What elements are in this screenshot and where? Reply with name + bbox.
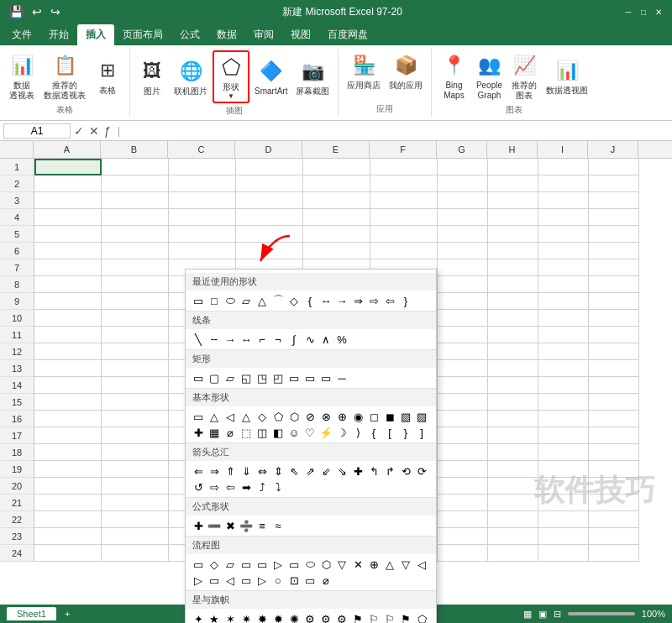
rect-round[interactable]: ▢ xyxy=(207,370,222,385)
cell-j1[interactable] xyxy=(589,159,639,175)
cell-b14[interactable] xyxy=(102,377,169,394)
line-free[interactable]: ∧ xyxy=(318,332,333,347)
cell-c5[interactable] xyxy=(169,226,236,243)
eq-div[interactable]: ➗ xyxy=(239,518,254,533)
row-header-19[interactable]: 19 xyxy=(0,461,34,478)
cell-a16[interactable] xyxy=(34,411,102,427)
rect-snip[interactable]: ▱ xyxy=(223,370,238,385)
flow-db[interactable]: ▽ xyxy=(398,557,413,572)
flow-manual[interactable]: ▽ xyxy=(334,557,349,572)
cell-e5[interactable] xyxy=(303,226,370,243)
cell-b23[interactable] xyxy=(102,528,169,545)
cell-j9[interactable] xyxy=(589,293,639,310)
row-header-13[interactable]: 13 xyxy=(0,360,34,377)
flow-intern-store[interactable]: ▭ xyxy=(255,557,270,572)
cell-f2[interactable] xyxy=(370,175,438,192)
cell-h17[interactable] xyxy=(488,427,538,444)
cell-i17[interactable] xyxy=(538,427,589,444)
cell-j10[interactable] xyxy=(589,310,639,327)
cell-g12[interactable] xyxy=(438,343,488,360)
cell-b8[interactable] xyxy=(102,276,169,293)
arr-curve2[interactable]: ⤵ xyxy=(270,479,286,495)
arr-d[interactable]: ⇓ xyxy=(239,463,254,479)
cell-i12[interactable] xyxy=(538,343,589,360)
cell-h3[interactable] xyxy=(488,192,538,209)
basic-snip[interactable]: ⟩ xyxy=(350,425,365,440)
basic-heart[interactable]: ♡ xyxy=(302,425,318,440)
row-header-18[interactable]: 18 xyxy=(0,444,34,461)
rect-snip2[interactable]: ◱ xyxy=(239,370,254,385)
cell-c6[interactable] xyxy=(169,243,236,259)
flow-sort[interactable]: ◁ xyxy=(223,573,238,588)
cell-g13[interactable] xyxy=(438,360,488,377)
row-header-15[interactable]: 15 xyxy=(0,394,34,411)
line-curve2[interactable]: ∿ xyxy=(302,332,318,347)
cell-g1[interactable] xyxy=(438,159,488,175)
flow-delay[interactable]: ⊕ xyxy=(366,557,381,572)
cell-b13[interactable] xyxy=(102,360,169,377)
smartart-button[interactable]: 🔷 SmartArt xyxy=(251,56,291,98)
cell-i9[interactable] xyxy=(538,293,589,310)
arr-circle[interactable]: ↺ xyxy=(191,479,206,495)
col-header-h[interactable]: H xyxy=(487,141,538,158)
basic-brack2[interactable]: ] xyxy=(414,425,429,440)
cell-a18[interactable] xyxy=(34,444,102,461)
basic-dia[interactable]: ◇ xyxy=(255,409,270,424)
tab-insert[interactable]: 插入 xyxy=(77,24,114,45)
cell-c2[interactable] xyxy=(169,175,236,192)
cell-b21[interactable] xyxy=(102,495,169,511)
cell-d3[interactable] xyxy=(236,192,303,209)
line-straight[interactable]: ╲ xyxy=(191,332,206,347)
redo-icon[interactable]: ↪ xyxy=(48,3,63,20)
cell-i22[interactable] xyxy=(538,511,589,528)
cell-h13[interactable] xyxy=(488,360,538,377)
col-header-b[interactable]: B xyxy=(101,141,168,158)
cell-h10[interactable] xyxy=(488,310,538,327)
cell-h11[interactable] xyxy=(488,327,538,343)
cell-j20[interactable] xyxy=(589,478,639,495)
cell-j12[interactable] xyxy=(589,343,639,360)
cell-a11[interactable] xyxy=(34,327,102,343)
rect-dash[interactable]: ▭ xyxy=(318,370,333,385)
cell-f3[interactable] xyxy=(370,192,438,209)
shape-arrow-r[interactable]: → xyxy=(334,293,349,308)
tab-baidu[interactable]: 百度网盘 xyxy=(319,24,376,45)
cell-g19[interactable] xyxy=(438,461,488,478)
cell-i18[interactable] xyxy=(538,444,589,461)
line-dash[interactable]: ╌ xyxy=(207,332,222,347)
cell-j19[interactable] xyxy=(589,461,639,478)
row-header-12[interactable]: 12 xyxy=(0,343,34,360)
star-7[interactable]: ✷ xyxy=(239,611,254,623)
cell-j15[interactable] xyxy=(589,394,639,411)
banner-vertical[interactable]: ⚑ xyxy=(398,611,413,623)
cell-b3[interactable] xyxy=(102,192,169,209)
cell-a23[interactable] xyxy=(34,528,102,545)
cell-a10[interactable] xyxy=(34,310,102,327)
arr-u[interactable]: ⇑ xyxy=(223,463,238,479)
basic-fold[interactable]: ◧ xyxy=(270,425,286,440)
cell-j14[interactable] xyxy=(589,377,639,394)
row-header-8[interactable]: 8 xyxy=(0,276,34,293)
rect-basic[interactable]: ▭ xyxy=(191,370,206,385)
eq-plus[interactable]: ✚ xyxy=(191,518,206,533)
star-4[interactable]: ✦ xyxy=(191,611,206,623)
cell-g21[interactable] xyxy=(438,495,488,511)
flow-term[interactable]: ⬭ xyxy=(302,557,318,572)
star-16[interactable]: ⚙ xyxy=(302,611,318,623)
cell-i16[interactable] xyxy=(538,411,589,427)
cell-h21[interactable] xyxy=(488,495,538,511)
basic-halfframe[interactable]: ◼ xyxy=(382,409,397,424)
star-10[interactable]: ✹ xyxy=(270,611,286,623)
view-break-icon[interactable]: ⊟ xyxy=(554,609,561,620)
cell-j17[interactable] xyxy=(589,427,639,444)
flow-doc[interactable]: ▷ xyxy=(270,557,286,572)
arr-bend-r[interactable]: ↱ xyxy=(382,463,397,479)
cell-f4[interactable] xyxy=(370,209,438,226)
cell-h12[interactable] xyxy=(488,343,538,360)
cell-g24[interactable] xyxy=(438,545,488,562)
shape-arrow-d[interactable]: ⇨ xyxy=(366,293,381,308)
tab-file[interactable]: 文件 xyxy=(3,24,40,45)
cell-h2[interactable] xyxy=(488,175,538,192)
cell-f6[interactable] xyxy=(370,243,438,259)
cell-e1[interactable] xyxy=(303,159,370,175)
